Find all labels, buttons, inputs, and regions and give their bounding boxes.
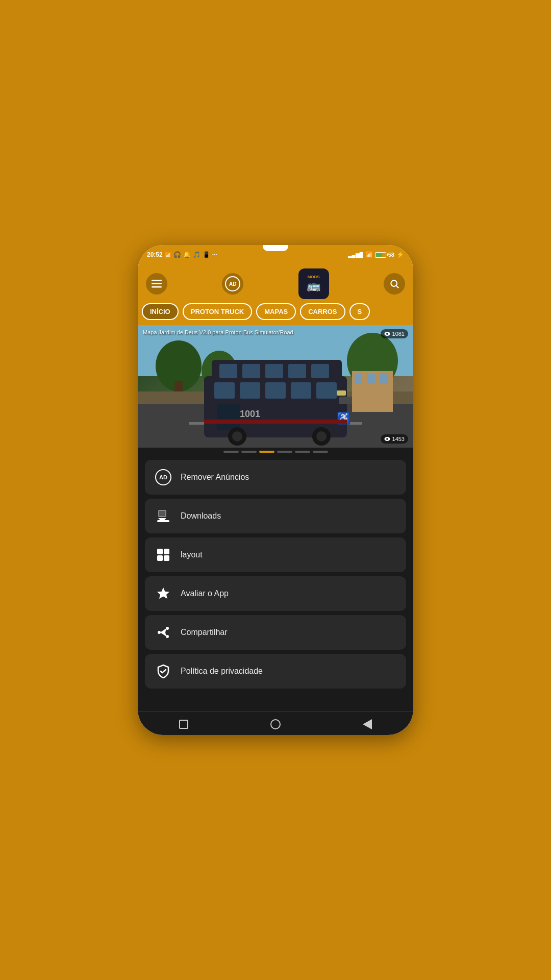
svg-point-56 <box>166 635 169 638</box>
slide-title: Mapa Jardim de Deus V2.0 para Proton Bus… <box>143 329 293 335</box>
svg-rect-47 <box>159 511 165 516</box>
svg-point-54 <box>158 631 161 634</box>
svg-point-3 <box>391 280 397 286</box>
battery-percent: 58 <box>388 252 394 258</box>
menu-item-share[interactable]: Compartilhar <box>145 615 406 650</box>
app-header: AD MODS 🚌 <box>138 264 413 303</box>
status-bar: 20:52 📶 🎧 🔔 🎵 📱 ··· ▂▄▆█ 📶 58 ⚡ <box>138 245 413 264</box>
svg-rect-1 <box>152 283 162 285</box>
dot-3 <box>259 451 274 453</box>
view-count-bottom-value: 1453 <box>392 436 405 442</box>
grid-icon <box>154 546 172 564</box>
ad-menu-icon: AD <box>154 468 172 486</box>
dot-1 <box>223 451 239 453</box>
ad-button[interactable]: AD <box>222 273 243 295</box>
tab-inicio[interactable]: INÍCIO <box>142 303 179 320</box>
nav-back-button[interactable] <box>360 717 375 732</box>
headphones-icon: 🎧 <box>173 251 181 258</box>
time-display: 20:52 <box>147 251 163 258</box>
menu-item-privacy[interactable]: Política de privacidade <box>145 654 406 689</box>
svg-rect-51 <box>157 555 163 561</box>
view-count-bottom: 1453 <box>381 434 408 444</box>
svg-rect-49 <box>157 549 163 554</box>
menu-item-downloads[interactable]: Downloads <box>145 499 406 533</box>
menu-list: AD Remover Anúncios Downloads <box>138 456 413 693</box>
svg-rect-48 <box>157 520 169 522</box>
svg-point-55 <box>166 627 169 630</box>
notification-icon: 🔔 <box>183 251 191 258</box>
battery-fill <box>376 253 382 257</box>
tab-mapas[interactable]: MAPAS <box>256 303 296 320</box>
menu-item-rate-app[interactable]: Avaliar o App <box>145 576 406 611</box>
dot-6 <box>313 451 328 453</box>
signal-bars: ▂▄▆█ <box>348 252 363 258</box>
slide-overlay <box>138 325 413 448</box>
status-right: ▂▄▆█ 📶 58 ⚡ <box>348 251 404 258</box>
view-count-top-value: 1081 <box>392 331 405 337</box>
more-icon: ··· <box>212 251 217 258</box>
spotify-icon: 🎵 <box>193 251 201 258</box>
tab-carros[interactable]: CARROS <box>300 303 345 320</box>
whatsapp-icon: 📱 <box>203 251 210 258</box>
nav-home-button[interactable] <box>268 717 283 732</box>
svg-point-43 <box>386 333 388 335</box>
triangle-icon <box>363 719 372 729</box>
dot-4 <box>277 451 292 453</box>
view-count-top: 1081 <box>381 329 408 338</box>
wifi-icon: 📶 <box>365 251 373 258</box>
star-icon <box>154 584 172 603</box>
shield-icon <box>154 662 172 680</box>
status-left: 20:52 📶 🎧 🔔 🎵 📱 ··· <box>147 251 217 258</box>
svg-marker-53 <box>157 587 169 599</box>
rate-app-label: Avaliar o App <box>181 589 229 598</box>
svg-rect-52 <box>164 555 169 561</box>
tab-proton-truck[interactable]: PROTON TRUCK <box>183 303 252 320</box>
dots-indicator <box>138 448 413 456</box>
circle-icon <box>270 719 281 729</box>
battery-icon <box>375 252 386 258</box>
svg-point-45 <box>386 438 388 440</box>
svg-rect-0 <box>152 280 162 281</box>
menu-button[interactable] <box>146 273 167 295</box>
dot-5 <box>295 451 310 453</box>
download-icon <box>154 507 172 525</box>
downloads-label: Downloads <box>181 511 221 521</box>
nav-bar <box>138 711 413 735</box>
layout-label: layout <box>181 550 203 559</box>
nav-square-button[interactable] <box>176 717 191 732</box>
tabs-row: INÍCIO PROTON TRUCK MAPAS CARROS S <box>138 303 413 325</box>
app-logo: MODS 🚌 <box>298 268 329 299</box>
share-label: Compartilhar <box>181 628 228 637</box>
menu-item-layout[interactable]: layout <box>145 537 406 572</box>
remove-ads-label: Remover Anúncios <box>181 473 249 482</box>
charging-icon: ⚡ <box>396 251 404 258</box>
share-icon <box>154 623 172 642</box>
tab-more[interactable]: S <box>349 303 370 320</box>
menu-item-remove-ads[interactable]: AD Remover Anúncios <box>145 460 406 495</box>
content-area: ♿ 1001 <box>138 325 413 711</box>
dot-2 <box>241 451 257 453</box>
svg-rect-2 <box>152 286 162 288</box>
search-button[interactable] <box>384 273 405 295</box>
ad-icon: AD <box>225 276 240 291</box>
privacy-label: Política de privacidade <box>181 667 263 676</box>
phone-frame: 20:52 📶 🎧 🔔 🎵 📱 ··· ▂▄▆█ 📶 58 ⚡ <box>138 245 413 735</box>
square-icon <box>179 720 188 729</box>
svg-line-4 <box>396 286 399 288</box>
slide-image: ♿ 1001 <box>138 325 413 448</box>
slider-section[interactable]: ♿ 1001 <box>138 325 413 448</box>
signal-icons: 📶 <box>165 252 171 258</box>
svg-rect-50 <box>164 549 169 554</box>
